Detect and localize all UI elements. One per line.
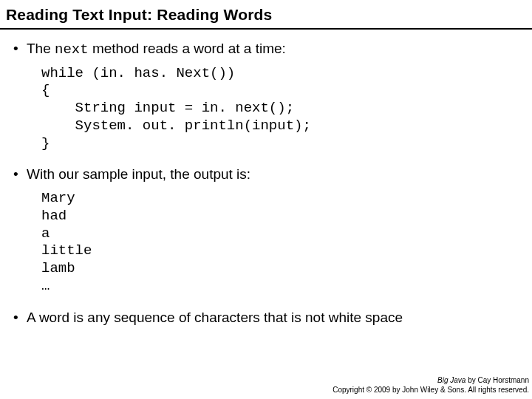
bullet-2: With our sample input, the output is: Ma… bbox=[13, 166, 519, 295]
footer-book-title: Big Java bbox=[437, 376, 466, 384]
footer-line-2: Copyright © 2009 by John Wiley & Sons. A… bbox=[332, 386, 529, 395]
bullet-1-pre: The bbox=[27, 41, 55, 56]
code-block-2: Mary had a little lamb … bbox=[41, 190, 519, 296]
footer-author: by Cay Horstmann bbox=[466, 376, 529, 384]
bullet-list: The next method reads a word at a time: … bbox=[13, 40, 519, 327]
slide-footer: Big Java by Cay Horstmann Copyright © 20… bbox=[332, 376, 529, 395]
bullet-1-post: method reads a word at a time: bbox=[89, 41, 286, 56]
bullet-3: A word is any sequence of characters tha… bbox=[13, 309, 519, 327]
slide-title: Reading Text Input: Reading Words bbox=[0, 0, 532, 30]
bullet-1-code: next bbox=[55, 41, 89, 58]
slide-body: The next method reads a word at a time: … bbox=[0, 30, 532, 327]
bullet-3-text: A word is any sequence of characters tha… bbox=[27, 310, 403, 325]
bullet-1: The next method reads a word at a time: … bbox=[13, 40, 519, 152]
bullet-2-text: With our sample input, the output is: bbox=[27, 166, 250, 182]
footer-line-1: Big Java by Cay Horstmann bbox=[332, 376, 529, 386]
code-block-1: while (in. has. Next()) { String input =… bbox=[41, 65, 519, 153]
